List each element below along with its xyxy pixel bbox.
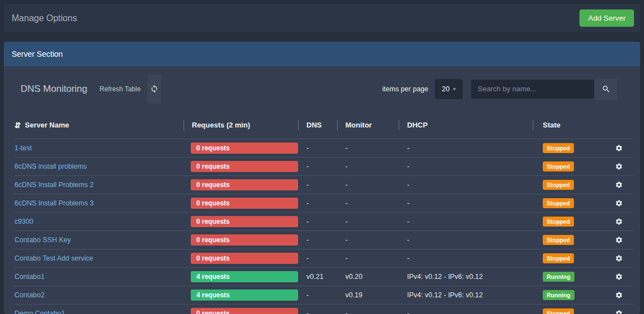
table-header-row: ⇵ Server Name Requests (2 min) DNS Monit… <box>14 111 633 139</box>
sort-icon[interactable]: ⇵ <box>14 121 21 130</box>
dns-value: - <box>298 139 337 157</box>
refresh-table-button[interactable] <box>147 75 161 104</box>
requests-badge: 4 requests <box>191 271 298 282</box>
table-toolbar: DNS Monitoring Refresh Table items per p… <box>4 66 640 111</box>
server-name-link[interactable]: Contabo SSH Key <box>14 236 71 244</box>
monitor-value: - <box>337 249 399 267</box>
server-name-link[interactable]: Demo Contabo1 <box>14 310 65 314</box>
state-badge: Running <box>543 272 574 282</box>
add-server-button[interactable]: Add Server <box>579 9 634 27</box>
dns-header-label: DNS <box>306 121 321 129</box>
server-name-link[interactable]: c9300 <box>14 218 33 225</box>
monitor-value: - <box>337 194 399 212</box>
server-name-link[interactable]: 6cDNS Install Problems 2 <box>14 181 93 189</box>
column-header-dhcp: DHCP <box>399 111 533 139</box>
table-row: Contabo1 4 requests v0.21 v0.20 IPv4: v0… <box>14 267 633 286</box>
dns-value: v0.21 <box>298 268 337 286</box>
server-name-link[interactable]: 6cDNS install problems <box>14 163 87 170</box>
dns-value: - <box>298 305 337 314</box>
server-name-link[interactable]: Contabo1 <box>14 273 44 281</box>
gear-icon <box>615 310 623 314</box>
requests-badge: 0 requests <box>191 308 298 314</box>
dns-value: - <box>298 213 337 230</box>
requests-badge: 0 requests <box>191 216 298 227</box>
monitor-header-label: Monitor <box>345 121 372 129</box>
requests-badge: 0 requests <box>191 161 298 172</box>
table-row: 1-test 0 requests - - - Stopped <box>14 139 633 157</box>
table-row: 6cDNS Install Problems 2 0 requests - - … <box>14 175 633 194</box>
row-settings-button[interactable] <box>615 144 623 152</box>
row-settings-button[interactable] <box>615 254 623 262</box>
column-header-dns: DNS <box>298 111 337 139</box>
dhcp-value: - <box>399 139 533 157</box>
row-settings-button[interactable] <box>615 181 623 189</box>
state-badge: Stopped <box>543 253 574 264</box>
requests-badge: 0 requests <box>191 234 298 246</box>
dhcp-value: - <box>399 231 533 249</box>
server-section-card: Server Section DNS Monitoring Refresh Ta… <box>4 42 640 314</box>
dns-value: - <box>298 231 337 249</box>
dhcp-value: - <box>399 249 533 267</box>
state-badge: Running <box>543 290 574 301</box>
chevron-down-icon: ▾ <box>453 86 455 92</box>
row-settings-button[interactable] <box>615 273 623 281</box>
gear-icon <box>615 291 623 299</box>
row-settings-button[interactable] <box>615 291 623 299</box>
items-per-page-select[interactable]: 20 ▾ <box>435 79 463 99</box>
table-row: Demo Contabo1 0 requests - - - Stopped <box>14 304 633 314</box>
state-badge: Stopped <box>543 161 574 172</box>
table-row: Contabo SSH Key 0 requests - - - Stopped <box>14 230 633 249</box>
monitor-value: v0.19 <box>337 286 399 304</box>
dns-value: - <box>298 249 337 267</box>
row-settings-button[interactable] <box>615 236 623 244</box>
requests-badge: 0 requests <box>191 143 298 154</box>
monitor-value: - <box>337 231 399 249</box>
server-name-link[interactable]: Contabo Test Add service <box>14 254 93 262</box>
monitor-value: - <box>337 176 399 194</box>
gear-icon <box>615 163 623 170</box>
requests-badge: 4 requests <box>191 290 298 301</box>
section-title: Server Section <box>12 50 63 58</box>
dhcp-value: - <box>399 194 533 212</box>
column-header-actions <box>592 111 633 139</box>
row-settings-button[interactable] <box>615 218 623 225</box>
row-settings-button[interactable] <box>615 310 623 314</box>
column-header-server-name[interactable]: ⇵ Server Name <box>14 111 184 139</box>
state-header-label: State <box>543 121 561 129</box>
state-badge: Stopped <box>543 308 574 314</box>
row-settings-button[interactable] <box>615 199 623 207</box>
table-row: 6cDNS install problems 0 requests - - - … <box>14 157 633 175</box>
gear-icon <box>615 144 623 152</box>
server-name-header-label: Server Name <box>25 121 70 129</box>
column-header-requests: Requests (2 min) <box>184 111 298 139</box>
monitor-value: - <box>337 213 399 230</box>
server-name-link[interactable]: 6cDNS Install Problems 3 <box>14 199 93 207</box>
requests-badge: 0 requests <box>191 253 298 264</box>
table-row: Contabo2 4 requests - v0.19 IPv4: v0.12 … <box>14 286 633 304</box>
requests-header-label: Requests (2 min) <box>192 121 250 129</box>
refresh-table-label: Refresh Table <box>100 85 141 93</box>
monitor-value: - <box>337 139 399 157</box>
search-button[interactable] <box>595 78 617 100</box>
dns-value: - <box>298 286 337 304</box>
page-title: Manage Options <box>12 13 77 23</box>
row-settings-button[interactable] <box>615 163 623 170</box>
state-badge: Stopped <box>543 217 574 227</box>
dns-monitoring-heading: DNS Monitoring <box>21 84 87 95</box>
column-header-state: State <box>533 111 592 139</box>
gear-icon <box>615 273 623 281</box>
dhcp-value: IPv4: v0.12 - IPv6: v0.12 <box>399 268 533 286</box>
search-input[interactable] <box>471 80 594 99</box>
monitor-value: - <box>337 305 399 314</box>
state-badge: Stopped <box>543 235 574 246</box>
server-name-link[interactable]: Contabo2 <box>14 291 44 299</box>
requests-badge: 0 requests <box>191 198 298 209</box>
dhcp-header-label: DHCP <box>407 121 428 129</box>
dns-value: - <box>298 194 337 212</box>
table-row: 6cDNS Install Problems 3 0 requests - - … <box>14 194 633 212</box>
state-badge: Stopped <box>543 198 574 209</box>
gear-icon <box>615 236 623 244</box>
dhcp-value: - <box>399 158 533 175</box>
servers-table: ⇵ Server Name Requests (2 min) DNS Monit… <box>4 111 640 314</box>
server-name-link[interactable]: 1-test <box>14 144 32 152</box>
